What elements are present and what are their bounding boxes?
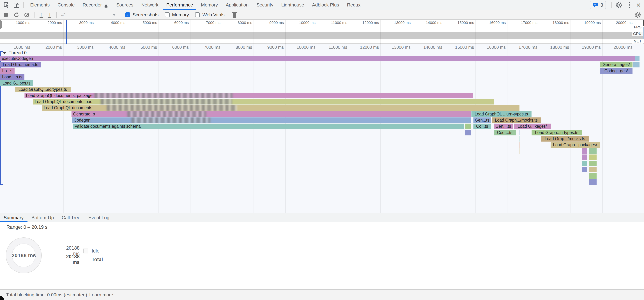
flame-bar-small[interactable] bbox=[589, 161, 596, 166]
flame-bar[interactable]: Cod....ts bbox=[494, 130, 516, 135]
flame-bar[interactable]: Load Graph...n-types.ts bbox=[532, 130, 582, 135]
flame-bar-small[interactable] bbox=[582, 154, 587, 160]
flame-bar[interactable]: Gen....ts bbox=[494, 124, 513, 129]
recording-session-select[interactable]: #1 bbox=[61, 12, 116, 18]
flame-tick-label: 9000 ms bbox=[253, 45, 284, 50]
tab-summary[interactable]: Summary bbox=[0, 213, 28, 222]
flame-bar[interactable]: Load GraphQL ...urn-types.ts bbox=[471, 111, 532, 117]
tab-sources[interactable]: Sources bbox=[112, 0, 137, 10]
web-vitals-checkbox[interactable]: Web Vitals bbox=[195, 12, 224, 18]
reload-and-record-icon[interactable] bbox=[13, 12, 20, 18]
tab-adblock-plus[interactable]: Adblock Plus bbox=[308, 0, 343, 10]
flame-bar-small[interactable] bbox=[589, 154, 596, 160]
tab-application[interactable]: Application bbox=[222, 0, 252, 10]
clear-recording-icon[interactable] bbox=[24, 13, 29, 17]
flame-bar[interactable]: Load G...pes.ts bbox=[0, 80, 33, 86]
flame-bar-small[interactable] bbox=[582, 167, 587, 172]
tab-console[interactable]: Console bbox=[54, 0, 78, 10]
tab-bottom-up[interactable]: Bottom-Up bbox=[28, 213, 58, 222]
overview-tick-label: 11000 ms bbox=[316, 21, 347, 25]
flame-bar[interactable]: Co...ts bbox=[473, 124, 491, 129]
tab-recorder[interactable]: Recorder bbox=[79, 0, 112, 10]
tab-label: Memory bbox=[201, 2, 218, 8]
checkbox-label[interactable]: Web Vitals bbox=[202, 12, 224, 18]
flame-tick-label: 16000 ms bbox=[475, 45, 506, 50]
tab-security[interactable]: Security bbox=[252, 0, 277, 10]
flame-bar-small[interactable] bbox=[589, 167, 596, 172]
flame-bar[interactable]: Genera...ages/ bbox=[600, 62, 632, 68]
flame-bar[interactable]: Gen...ts bbox=[473, 117, 491, 123]
tab-memory[interactable]: Memory bbox=[197, 0, 222, 10]
flame-bar[interactable]: executeCodegen bbox=[0, 56, 635, 61]
thread-header[interactable]: Thread 0 bbox=[2, 50, 26, 55]
flame-bar[interactable]: Load GraphQL documents: bbox=[42, 105, 520, 111]
flame-bar[interactable]: Generate: p bbox=[71, 111, 471, 117]
flame-bar[interactable]: Load Graph.../mocks.ts bbox=[492, 117, 541, 123]
flame-bar-small[interactable] bbox=[465, 124, 471, 129]
flame-bar-small[interactable] bbox=[589, 179, 596, 185]
timeline-overview[interactable]: 1000 ms2000 ms3000 ms4000 ms5000 ms6000 … bbox=[0, 20, 644, 44]
flame-tick-label: 4000 ms bbox=[94, 45, 126, 50]
settings-gear-icon[interactable] bbox=[614, 1, 623, 9]
legend-swatch bbox=[83, 248, 88, 253]
flame-bar-small[interactable] bbox=[582, 148, 587, 154]
flame-chart[interactable]: Thread 0 1000 ms2000 ms3000 ms4000 ms500… bbox=[0, 44, 644, 213]
close-devtools-icon[interactable]: × bbox=[636, 1, 641, 9]
toolbar-divider bbox=[56, 12, 57, 18]
trash-icon[interactable] bbox=[232, 12, 237, 18]
flame-bar[interactable]: Load GraphQL documents: pac bbox=[33, 99, 494, 105]
tab-elements[interactable]: Elements bbox=[26, 0, 54, 10]
tab-lighthouse[interactable]: Lighthouse bbox=[277, 0, 308, 10]
checkbox-box[interactable] bbox=[165, 13, 170, 17]
checkbox-label[interactable]: Screenshots bbox=[132, 12, 159, 18]
checkbox-box[interactable]: ✓ bbox=[125, 13, 130, 17]
flame-bar-small[interactable] bbox=[582, 161, 587, 166]
flame-bar[interactable]: Load GraphQ...ed/types.ts bbox=[15, 87, 70, 92]
learn-more-link[interactable]: Learn more bbox=[89, 292, 113, 298]
flame-bar[interactable]: Load ...s.ts bbox=[0, 74, 24, 80]
flame-bar[interactable]: Load Grap.../mocks.ts bbox=[541, 136, 589, 142]
flame-bar-small[interactable] bbox=[520, 130, 520, 135]
flame-bar[interactable]: Load G...kages/ bbox=[514, 124, 551, 129]
redacted-blur-region bbox=[100, 99, 232, 105]
tab-performance[interactable]: Performance bbox=[162, 0, 197, 10]
main-tab-bar: ElementsConsoleRecorderSourcesNetworkPer… bbox=[0, 0, 644, 10]
inspect-element-icon[interactable] bbox=[3, 2, 10, 9]
screenshots-checkbox[interactable]: ✓Screenshots bbox=[125, 12, 159, 18]
flame-bar[interactable]: Codegen: bbox=[72, 117, 471, 123]
tab-network[interactable]: Network bbox=[137, 0, 162, 10]
checkbox-box[interactable] bbox=[195, 13, 200, 17]
overview-tick-label: 17000 ms bbox=[506, 21, 538, 25]
flame-bar[interactable]: Codeg...ges/ bbox=[600, 68, 632, 74]
flame-tick-label: 7000 ms bbox=[190, 45, 220, 50]
flame-bar-small[interactable] bbox=[520, 148, 520, 154]
flame-bar-small[interactable] bbox=[633, 62, 640, 68]
more-options-kebab-icon[interactable] bbox=[625, 1, 634, 9]
tab-call-tree[interactable]: Call Tree bbox=[58, 213, 84, 222]
total-blocking-time-text: Total blocking time: 0.00ms (estimated) bbox=[6, 292, 87, 298]
checkbox-label[interactable]: Memory bbox=[172, 12, 189, 18]
flame-bar[interactable]: Load Graph...packages/ bbox=[550, 142, 600, 148]
capture-settings-gear-icon[interactable] bbox=[634, 12, 641, 18]
flame-bar-small[interactable] bbox=[589, 148, 596, 154]
record-button[interactable] bbox=[4, 13, 8, 17]
fps-lane-label: FPS bbox=[632, 25, 643, 30]
flame-bar-small[interactable] bbox=[589, 173, 596, 179]
flame-bar[interactable]: Validate documents against schema bbox=[73, 124, 464, 129]
flame-bar[interactable]: Lo...s bbox=[0, 68, 14, 74]
save-profile-icon[interactable]: ↓ bbox=[48, 12, 52, 18]
flame-bar[interactable]: Load GraphQL documents: package bbox=[24, 93, 473, 98]
filmstrip-thumbnail-sliver[interactable] bbox=[643, 27, 644, 39]
tab-redux[interactable]: Redux bbox=[343, 0, 364, 10]
flame-bar-small[interactable] bbox=[465, 130, 471, 135]
memory-checkbox[interactable]: Memory bbox=[165, 12, 189, 18]
device-toolbar-icon[interactable] bbox=[13, 2, 20, 9]
tab-event-log[interactable]: Event Log bbox=[84, 213, 114, 222]
overview-scroll-thumb[interactable] bbox=[643, 20, 644, 26]
flame-bar-small[interactable] bbox=[635, 56, 640, 61]
flame-bar[interactable]: Load Gra...hema.ts bbox=[0, 62, 41, 68]
load-profile-icon[interactable]: ↑ bbox=[40, 12, 43, 18]
issues-counter-button[interactable]: 3 bbox=[590, 1, 606, 9]
flame-bar-small[interactable] bbox=[520, 136, 520, 142]
flame-bar-small[interactable] bbox=[520, 142, 520, 148]
